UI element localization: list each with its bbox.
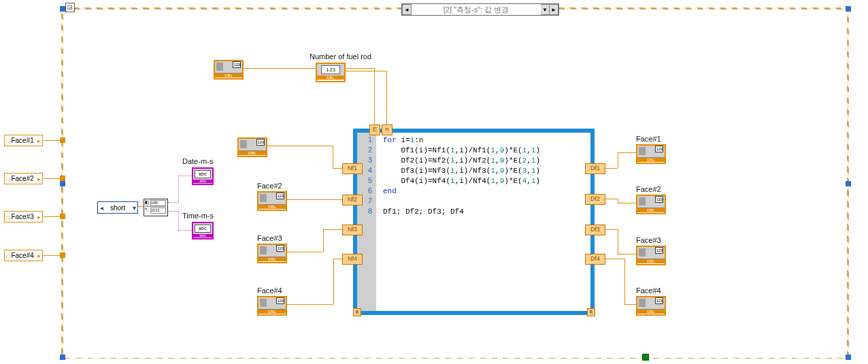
ms-term-df3[interactable]: Df3 <box>585 225 605 235</box>
fmt-row: ◧1/89 <box>145 200 167 207</box>
ms-corner-icon: ⎘ <box>353 308 361 316</box>
tunnel <box>60 252 65 258</box>
wire <box>604 259 624 259</box>
ms-term-nf3[interactable]: Nf3 <box>342 225 363 235</box>
wire <box>624 304 636 305</box>
house-icon: ⌂ <box>6 252 10 259</box>
wire <box>604 229 618 230</box>
local-var-face1[interactable]: ⌂ Face#1 ▸ <box>4 135 43 146</box>
wire-string <box>178 211 179 230</box>
wire <box>333 259 334 304</box>
array-indicator-face3[interactable]: DBL <box>636 246 666 265</box>
local-var-label: Face#3 <box>11 213 33 220</box>
case-next-arrow-icon[interactable]: ► <box>549 4 558 15</box>
wire-string <box>178 176 179 202</box>
wire <box>604 199 618 199</box>
wire <box>618 229 618 254</box>
triangle-icon: ▸ <box>37 176 41 182</box>
house-icon: ⌂ <box>6 176 10 182</box>
wire-string <box>168 211 179 212</box>
selection-handle[interactable] <box>846 354 851 360</box>
wire <box>44 216 61 217</box>
enum-decrement-icon[interactable]: ◂ <box>98 204 105 212</box>
wire <box>618 152 636 153</box>
wire <box>333 146 333 168</box>
ms-term-nf1[interactable]: Nf1 <box>342 163 363 174</box>
array-node-nf1[interactable]: DBL <box>237 137 267 157</box>
wire <box>604 168 618 169</box>
selection-handle[interactable] <box>846 181 851 186</box>
format-datetime-node[interactable]: ◧1/89 ?;10:21 <box>144 199 168 216</box>
enum-increment-icon[interactable]: ▾ <box>131 204 137 212</box>
wire-string <box>168 202 179 203</box>
tunnel <box>60 176 65 181</box>
mathscript-gutter: 1 2 3 4 5 6 7 8 <box>357 133 377 311</box>
case-corner-icon: ◲ <box>65 3 75 12</box>
array-indicator-face1[interactable]: DBL <box>636 144 666 164</box>
enum-value: short <box>105 204 131 212</box>
wire <box>44 178 61 179</box>
local-var-face4[interactable]: ⌂ Face#4 ▸ <box>4 250 43 261</box>
ms-term-e[interactable]: E <box>369 125 380 135</box>
case-selector[interactable]: ◄ [2] "측정-s": 값 변경 ▼ ► <box>401 3 559 16</box>
label-face2-in: Face#2 <box>257 182 282 190</box>
array-node-nf3[interactable]: DBL <box>257 244 287 263</box>
abc-foot: abc <box>193 234 212 237</box>
array-node-nf4[interactable]: DBL <box>257 296 287 316</box>
abc-text: abc <box>195 170 211 178</box>
wire <box>242 68 374 69</box>
enum-constant[interactable]: ◂ short ▾ <box>97 201 138 214</box>
selection-handle[interactable] <box>60 181 65 186</box>
wire-string <box>178 176 192 176</box>
tunnel <box>60 214 65 219</box>
label-time: Time-m-s <box>182 212 214 220</box>
label-fuelrod: Number of fuel rod <box>310 52 371 61</box>
wire <box>286 304 333 305</box>
label-face3-out: Face#3 <box>636 236 661 244</box>
house-icon: ⌂ <box>6 214 10 220</box>
label-face4-out: Face#4 <box>636 286 661 295</box>
case-prev-arrow-icon[interactable]: ◄ <box>402 4 412 15</box>
selection-handle[interactable] <box>846 6 851 12</box>
array-node-e[interactable]: DBL <box>214 60 244 80</box>
wire <box>344 71 386 71</box>
wire <box>618 254 636 254</box>
abc-foot: abc <box>193 180 212 183</box>
local-var-label: Face#1 <box>11 137 33 144</box>
numeric-control-fuelrod[interactable]: 1.23 DBL <box>316 63 346 82</box>
wire <box>44 140 61 141</box>
wire <box>44 255 61 256</box>
local-var-label: Face#4 <box>11 252 33 259</box>
wire <box>618 203 636 203</box>
selection-handle[interactable] <box>60 354 65 360</box>
case-resize-handle[interactable] <box>642 354 649 361</box>
house-icon: ⌂ <box>6 137 10 144</box>
selection-handle[interactable] <box>60 6 65 12</box>
wire <box>323 229 324 252</box>
fmt-row: ?;10:21 <box>145 208 167 214</box>
label-face1-out: Face#1 <box>636 135 661 143</box>
local-var-face3[interactable]: ⌂ Face#3 ▸ <box>4 211 43 222</box>
array-indicator-face2[interactable]: DBL <box>636 195 666 214</box>
string-indicator-time[interactable]: abc abc <box>192 222 214 239</box>
ms-term-df4[interactable]: Df4 <box>585 254 605 265</box>
ms-term-df1[interactable]: Df1 <box>585 163 605 174</box>
ms-corner-icon: ⎘ <box>587 308 595 316</box>
ms-term-nf2[interactable]: Nf2 <box>342 195 363 205</box>
abc-text: abc <box>195 225 211 233</box>
case-dropdown-icon[interactable]: ▼ <box>541 4 549 15</box>
mathscript-code[interactable]: for i=1:n Df1(i)=Nf1(1,i)/Nf1(1,9)*E(1,1… <box>376 133 590 311</box>
ms-term-nf4[interactable]: Nf4 <box>342 254 363 265</box>
wire <box>286 252 323 252</box>
mathscript-node[interactable]: 1 2 3 4 5 6 7 8 for i=1:n Df1(i)=Nf1(1,i… <box>353 129 595 315</box>
local-var-label: Face#2 <box>11 175 33 182</box>
local-var-face2[interactable]: ⌂ Face#2 ▸ <box>4 173 43 184</box>
case-selector-label: [2] "측정-s": 값 변경 <box>412 5 541 15</box>
ms-term-n[interactable]: n <box>382 125 393 135</box>
ms-term-df2[interactable]: Df2 <box>585 194 605 205</box>
wire <box>266 146 333 146</box>
string-indicator-date[interactable]: abc abc <box>192 167 214 185</box>
triangle-icon: ▸ <box>37 252 41 259</box>
array-indicator-face4[interactable]: DBL <box>636 296 666 316</box>
array-node-nf2[interactable]: DBL <box>257 191 287 211</box>
